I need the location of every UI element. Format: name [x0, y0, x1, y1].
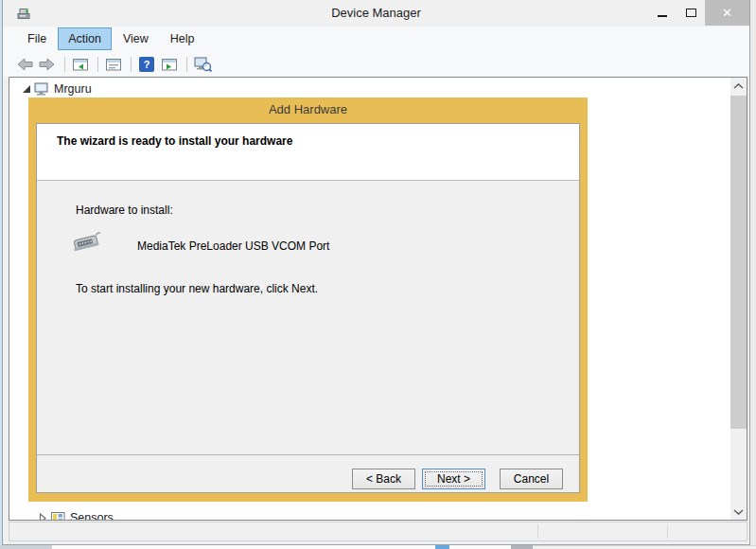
expand-arrow-icon[interactable] [21, 84, 31, 94]
hardware-to-install-label: Hardware to install: [76, 204, 173, 217]
instruction-label: To start installing your new hardware, c… [76, 282, 318, 295]
scan-hardware-icon [194, 57, 212, 72]
forward-arrow-icon [39, 58, 56, 71]
show-action-pane-button[interactable] [159, 54, 180, 75]
chevron-down-icon [733, 509, 744, 515]
close-button[interactable]: ✕ [705, 0, 749, 26]
dialog-header: The wizard is ready to install your hard… [37, 124, 579, 181]
toolbar-separator [97, 57, 98, 72]
properties-icon [106, 58, 121, 71]
desktop-bottom-strip [0, 545, 756, 549]
toolbar: ? [3, 51, 749, 77]
vertical-scrollbar[interactable] [730, 78, 747, 520]
scan-hardware-changes-button[interactable] [192, 54, 213, 75]
dialog-heading: The wizard is ready to install your hard… [57, 134, 292, 148]
menu-file[interactable]: File [17, 27, 57, 50]
scrollbar-thumb[interactable] [730, 96, 747, 429]
device-name-label: MediaTek PreLoader USB VCOM Port [137, 239, 329, 253]
menu-help[interactable]: Help [160, 27, 205, 50]
sensors-icon [51, 512, 65, 522]
dialog-client-area: The wizard is ready to install your hard… [36, 123, 580, 493]
menu-action[interactable]: Action [58, 27, 112, 50]
minimize-button[interactable] [648, 0, 677, 26]
scroll-down-button[interactable] [730, 504, 747, 520]
properties-button[interactable] [103, 54, 124, 75]
computer-icon [34, 82, 49, 97]
dialog-title: Add Hardware [28, 97, 588, 123]
action-pane-icon [162, 58, 177, 71]
help-icon: ? [139, 57, 154, 72]
status-bar [9, 522, 747, 541]
cancel-wizard-button[interactable]: Cancel [500, 469, 563, 489]
help-button[interactable]: ? [136, 54, 157, 75]
toolbar-separator [64, 57, 65, 72]
taskbar-fragment [533, 545, 756, 549]
dialog-divider [37, 454, 579, 455]
back-arrow-icon [16, 58, 33, 71]
back-button[interactable] [14, 54, 35, 75]
back-wizard-button[interactable]: < Back [352, 469, 415, 489]
forward-button[interactable] [37, 54, 58, 75]
collapse-arrow-icon[interactable] [38, 513, 48, 522]
close-icon: ✕ [722, 6, 732, 20]
serial-port-device-icon [71, 230, 103, 258]
maximize-button[interactable] [677, 0, 705, 26]
show-console-tree-button[interactable] [70, 54, 91, 75]
scroll-up-button[interactable] [730, 78, 747, 94]
menu-view[interactable]: View [113, 27, 159, 50]
console-tree-icon [73, 58, 88, 71]
window-title: Device Manager [3, 0, 749, 27]
tree-item-mrguru[interactable]: Mrguru [21, 80, 92, 97]
status-bar-separator [537, 524, 538, 539]
taskbar-fragment [435, 545, 449, 549]
taskbar-fragment [511, 545, 533, 549]
tree-item-sensors[interactable]: Sensors [38, 509, 114, 521]
taskbar-fragment [0, 545, 52, 549]
toolbar-separator [131, 57, 132, 72]
tree-item-label: Mrguru [54, 82, 92, 96]
maximize-icon [686, 9, 696, 17]
minimize-icon [658, 15, 667, 17]
tree-item-label: Sensors [70, 511, 114, 521]
add-hardware-dialog: Add Hardware The wizard is ready to inst… [28, 97, 588, 502]
window-controls: ✕ [648, 0, 749, 27]
next-wizard-button[interactable]: Next > [422, 469, 485, 489]
chevron-up-icon [733, 83, 744, 89]
window-titlebar: Device Manager ✕ [3, 0, 749, 27]
status-bar-separator [667, 524, 668, 539]
toolbar-separator [186, 57, 187, 72]
menu-bar: File Action View Help [3, 27, 749, 51]
